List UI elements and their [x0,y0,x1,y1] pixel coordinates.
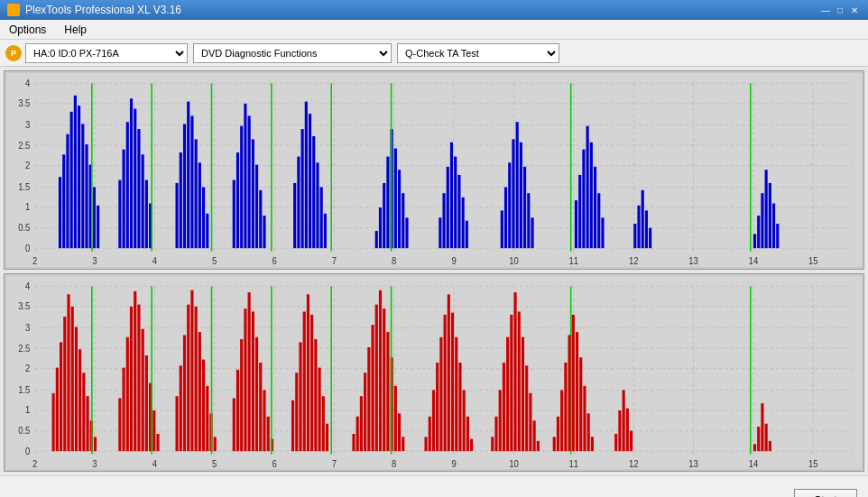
svg-rect-213 [145,355,148,451]
minimize-button[interactable]: — [819,4,832,16]
svg-rect-310 [630,430,633,451]
svg-rect-70 [183,124,186,248]
svg-rect-136 [642,190,644,248]
svg-text:9: 9 [451,458,456,468]
svg-rect-93 [312,136,315,248]
svg-rect-195 [60,342,62,451]
svg-rect-266 [402,437,404,451]
bottom-chart-svg: 4 3.5 3 2.5 2 1.5 1 0.5 0 2 3 4 5 6 7 8 … [6,276,862,470]
svg-rect-52 [81,124,84,248]
svg-rect-254 [356,416,359,450]
svg-text:1.5: 1.5 [18,384,31,394]
svg-text:1: 1 [25,405,30,415]
top-chart-svg: 4 3.5 3 2.5 2 1.5 1 0.5 0 2 3 4 5 6 7 8 … [6,73,862,267]
svg-rect-253 [352,433,355,450]
svg-text:15: 15 [808,458,818,468]
svg-text:7: 7 [332,458,337,468]
maximize-button[interactable]: □ [834,4,846,16]
svg-rect-221 [187,304,189,451]
svg-rect-312 [757,427,760,451]
svg-rect-235 [252,311,254,451]
svg-text:0: 0 [25,243,31,253]
svg-rect-137 [645,210,648,248]
svg-text:2.5: 2.5 [18,140,31,150]
svg-text:8: 8 [392,458,397,468]
svg-rect-282 [494,416,497,450]
drive-select[interactable]: HA:0 ID:0 PX-716A [25,43,188,63]
svg-rect-68 [175,183,178,248]
svg-rect-75 [202,187,205,248]
svg-rect-278 [463,390,466,451]
title-bar: PlexTools Professional XL V3.16 — □ ✕ [0,0,868,20]
svg-rect-81 [244,104,246,248]
svg-text:9: 9 [451,256,456,266]
svg-rect-90 [301,129,304,248]
svg-rect-51 [78,106,80,248]
svg-rect-116 [501,210,503,248]
svg-rect-242 [291,400,294,450]
svg-rect-233 [244,308,246,451]
svg-text:3: 3 [92,458,97,468]
svg-text:2: 2 [32,256,37,266]
top-chart-area: 4 3.5 3 2.5 2 1.5 1 0.5 0 2 3 4 5 6 7 8 … [6,73,862,267]
svg-rect-212 [142,328,144,450]
svg-rect-131 [594,167,596,248]
svg-text:4: 4 [25,78,31,87]
svg-rect-280 [470,438,473,451]
svg-rect-300 [572,314,575,450]
svg-rect-78 [233,180,235,249]
close-button[interactable]: ✕ [848,4,861,16]
start-button[interactable]: Start [794,489,857,498]
svg-text:8: 8 [392,256,397,266]
svg-rect-115 [466,221,468,248]
svg-rect-63 [137,129,140,248]
svg-rect-259 [375,304,378,451]
svg-rect-100 [383,183,385,248]
svg-rect-220 [183,335,186,451]
svg-text:12: 12 [629,256,639,266]
svg-rect-86 [263,216,265,248]
menu-bar: Options Help [0,20,868,40]
svg-rect-251 [326,423,328,450]
svg-rect-85 [259,190,262,248]
svg-rect-204 [94,437,97,451]
svg-text:2: 2 [25,363,30,373]
svg-rect-255 [360,396,363,451]
test-select[interactable]: Q-Check TA Test [397,43,559,63]
svg-rect-104 [398,170,401,248]
svg-rect-53 [85,144,88,248]
svg-rect-140 [757,216,760,248]
svg-rect-96 [324,214,327,248]
svg-rect-309 [626,408,629,450]
svg-rect-49 [70,112,73,248]
device-selector: P HA:0 ID:0 PX-716A [5,43,188,63]
svg-text:6: 6 [272,256,277,266]
svg-rect-295 [553,437,556,451]
svg-rect-88 [293,183,296,248]
svg-text:0.5: 0.5 [18,425,31,435]
function-select[interactable]: DVD Diagnostic Functions [193,43,392,63]
svg-rect-210 [134,290,136,450]
svg-rect-268 [424,437,427,451]
svg-rect-84 [255,165,258,249]
svg-rect-313 [761,403,763,451]
svg-rect-244 [299,342,301,451]
svg-rect-226 [206,385,208,450]
svg-rect-206 [118,398,121,451]
svg-text:2.5: 2.5 [18,343,31,353]
menu-help[interactable]: Help [59,22,92,38]
svg-rect-288 [518,311,521,451]
svg-text:2: 2 [25,161,30,170]
svg-rect-126 [575,200,577,248]
svg-rect-265 [398,413,401,451]
svg-rect-60 [126,122,129,248]
svg-rect-64 [142,154,144,248]
svg-rect-209 [130,306,133,450]
svg-rect-82 [248,115,251,248]
svg-text:12: 12 [629,458,639,468]
svg-rect-83 [252,139,254,248]
svg-rect-207 [123,367,125,451]
svg-rect-101 [386,157,389,249]
svg-rect-112 [454,157,457,249]
menu-options[interactable]: Options [4,22,51,38]
